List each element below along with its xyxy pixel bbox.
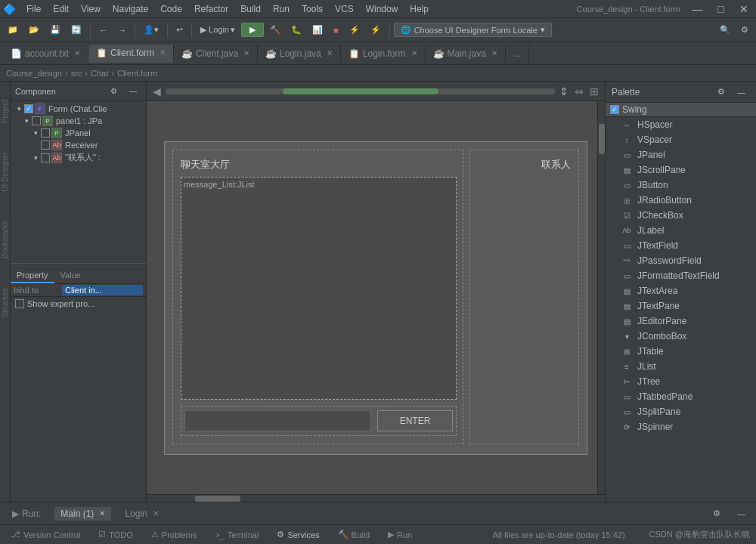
status-version-control[interactable]: ⎇ Version Control: [6, 528, 85, 541]
tab-client-java[interactable]: ☕ Client.java ✕: [174, 45, 258, 62]
status-services[interactable]: ⚙ Services: [272, 528, 324, 541]
tab-account[interactable]: 📄 account.txt ✕: [3, 45, 88, 62]
message-input[interactable]: [184, 410, 371, 431]
palette-item-jlabel[interactable]: Ab JLabel: [606, 223, 756, 238]
new-project-button[interactable]: 📁: [3, 23, 23, 37]
tab-client-form-close[interactable]: ✕: [160, 48, 166, 57]
project-tab-label[interactable]: Project: [0, 97, 11, 126]
canvas-vscrollbar[interactable]: [597, 101, 605, 494]
form-canvas[interactable]: 聊天室大厅 message_List:JList ENTER 联系人: [164, 141, 587, 455]
tab-main-java[interactable]: ☕ Main.java ✕: [426, 45, 506, 62]
palette-item-jsplitpane[interactable]: ▭ JSplitPane: [606, 404, 756, 419]
menu-file[interactable]: File: [20, 2, 47, 16]
tree-checkbox-receiver[interactable]: [41, 141, 50, 150]
menu-view[interactable]: View: [75, 2, 107, 16]
tree-item-receiver[interactable]: ▾ Ab Receiver: [12, 139, 144, 151]
coverage-button[interactable]: 📊: [308, 23, 327, 37]
tab-account-close[interactable]: ✕: [74, 49, 80, 57]
build-project-button[interactable]: 🔨: [265, 23, 285, 37]
menu-code[interactable]: Code: [154, 2, 188, 16]
menu-build[interactable]: Build: [234, 2, 267, 16]
palette-settings-button[interactable]: ⚙: [713, 85, 730, 99]
palette-minimize-button[interactable]: —: [733, 85, 750, 99]
palette-item-jtextarea[interactable]: ▤ JTextArea: [606, 283, 756, 298]
canvas-fit-button[interactable]: ⊞: [588, 85, 600, 97]
hscroll-thumb[interactable]: [195, 496, 240, 502]
vscroll-thumb[interactable]: [599, 124, 605, 154]
debug-button[interactable]: 🐛: [287, 23, 306, 37]
palette-item-jtabbedpane[interactable]: ▭ JTabbedPane: [606, 389, 756, 404]
tree-item-panel1[interactable]: ▾ P panel1 : JPa: [12, 115, 144, 127]
canvas-hscrollbar[interactable]: [147, 494, 605, 502]
power-button[interactable]: ⚡: [366, 23, 386, 37]
run-tab-login[interactable]: Login ✕: [119, 507, 164, 521]
tree-expand-panel1[interactable]: ▾: [23, 117, 30, 125]
palette-item-jpanel[interactable]: ▭ JPanel: [606, 147, 756, 162]
palette-item-jtable[interactable]: ⊞ JTable: [606, 344, 756, 359]
run-tab-login-close[interactable]: ✕: [153, 509, 159, 518]
menu-run[interactable]: Run: [267, 2, 296, 16]
props-value-bindto[interactable]: Client in...: [62, 285, 143, 295]
tab-login-java-close[interactable]: ✕: [327, 49, 333, 57]
palette-item-jpasswordfield[interactable]: *** JPasswordField: [606, 253, 756, 268]
palette-item-hspacer[interactable]: ↔ HSpacer: [606, 117, 756, 132]
save-button[interactable]: 💾: [45, 23, 65, 37]
menu-navigate[interactable]: Navigate: [107, 2, 154, 16]
run-config-dropdown[interactable]: ▶ Login ▾: [196, 23, 240, 37]
tab-client-form[interactable]: 📋 Client.form ✕: [88, 45, 174, 63]
settings-button[interactable]: ⚙: [736, 23, 753, 37]
palette-item-jbutton[interactable]: ▭ JButton: [606, 178, 756, 193]
status-build[interactable]: 🔨 Build: [333, 528, 374, 541]
menu-vcs[interactable]: VCS: [329, 2, 360, 16]
palette-item-jeditorpane[interactable]: ▤ JEditorPane: [606, 314, 756, 329]
breadcrumb-src[interactable]: src: [71, 69, 82, 78]
breadcrumb-project[interactable]: Course_design: [6, 69, 62, 78]
enter-button[interactable]: ENTER: [377, 410, 453, 431]
structure-tab-label[interactable]: Structure: [0, 284, 11, 321]
ui-designer-tab-label[interactable]: UI Designer: [0, 149, 11, 195]
run-bar-settings-button[interactable]: ⚙: [708, 506, 725, 521]
maximize-window-button[interactable]: □: [714, 1, 729, 17]
tree-expand-form[interactable]: ▾: [15, 105, 23, 113]
search-everywhere-button[interactable]: 🔍: [715, 23, 735, 37]
comp-settings-button[interactable]: ⚙: [106, 85, 122, 97]
show-expert-row[interactable]: Show expert pro...: [11, 296, 146, 311]
breadcrumb-file[interactable]: Client.form: [117, 69, 157, 78]
tree-item-jpanel[interactable]: ▾ P JPanel: [12, 127, 144, 139]
canvas-scroll-left[interactable]: ◀: [151, 85, 163, 97]
tree-checkbox-form[interactable]: ✓: [24, 104, 33, 113]
tree-expand-contacts[interactable]: ▾: [32, 154, 39, 162]
menu-help[interactable]: Help: [404, 2, 435, 16]
status-terminal[interactable]: >_ Terminal: [210, 529, 263, 541]
palette-group-swing[interactable]: ✓ Swing: [606, 103, 756, 117]
menu-tools[interactable]: Tools: [296, 2, 329, 16]
undo-button[interactable]: ↩: [172, 23, 187, 37]
comp-minimize-button[interactable]: —: [125, 85, 141, 97]
message-list-container[interactable]: message_List:JList: [181, 177, 457, 400]
stop-button[interactable]: ■: [329, 23, 343, 37]
palette-item-jtree[interactable]: ⊢ JTree: [606, 374, 756, 389]
bookmarks-tab-label[interactable]: Bookmarks: [0, 218, 11, 261]
run-tab-main[interactable]: Main (1) ✕: [54, 507, 111, 521]
menu-window[interactable]: Window: [360, 2, 404, 16]
minimize-window-button[interactable]: —: [688, 1, 708, 17]
status-run[interactable]: ▶ Run: [383, 528, 417, 541]
run-tab-main-close[interactable]: ✕: [99, 509, 105, 518]
tab-more[interactable]: ...: [506, 45, 529, 62]
palette-item-jlist[interactable]: ≡ JList: [606, 359, 756, 374]
palette-item-jradiobutton[interactable]: ◎ JRadioButton: [606, 193, 756, 208]
palette-item-jspinner[interactable]: ⟳ JSpinner: [606, 419, 756, 434]
open-button[interactable]: 📂: [24, 23, 44, 37]
run-bar-minimize-button[interactable]: —: [733, 507, 750, 521]
back-button[interactable]: ←: [94, 23, 112, 37]
forward-button[interactable]: →: [113, 23, 131, 37]
sync-button[interactable]: 🔄: [67, 23, 86, 37]
palette-item-jcombobox[interactable]: ▾ JComboBox: [606, 329, 756, 344]
palette-item-jtextpane[interactable]: ▤ JTextPane: [606, 298, 756, 314]
tab-login-form[interactable]: 📋 Login.form ✕: [341, 45, 426, 62]
tab-main-java-close[interactable]: ✕: [491, 49, 497, 57]
canvas-scroll-right[interactable]: ⇕: [558, 85, 570, 97]
menu-edit[interactable]: Edit: [47, 2, 75, 16]
palette-item-vspacer[interactable]: ↕ VSpacer: [606, 132, 756, 147]
status-todo[interactable]: ☑ TODO: [94, 528, 138, 541]
